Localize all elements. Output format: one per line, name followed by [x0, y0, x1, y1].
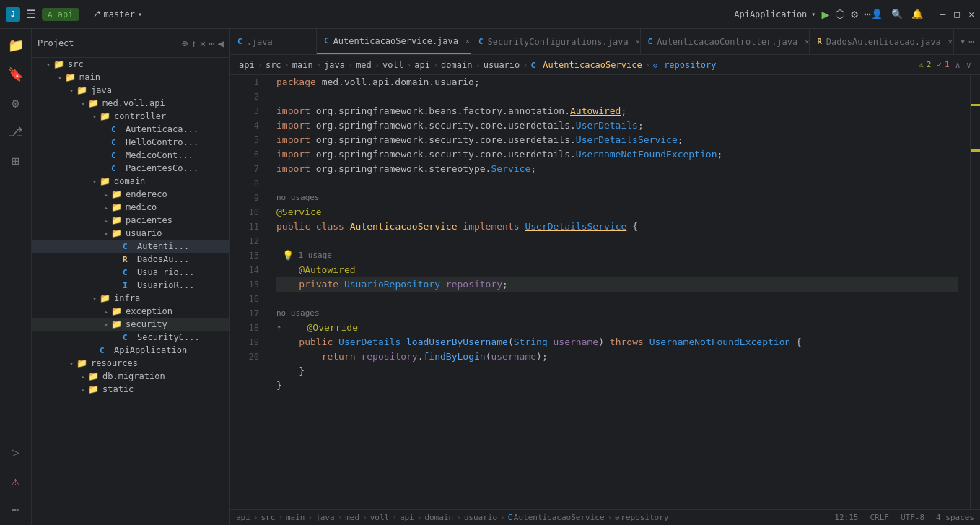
bc-method[interactable]: ⊙ repository	[653, 60, 717, 70]
ln-16: 16	[230, 292, 259, 306]
bc-java[interactable]: java	[324, 60, 345, 70]
tabs-bar: C .java C AutenticacaoService.java ✕ C S…	[230, 29, 980, 55]
activity-problems[interactable]: ⚠	[3, 467, 29, 493]
tree-item-dados[interactable]: R DadosAu...	[32, 253, 229, 266]
activity-project[interactable]: 📁	[3, 32, 29, 58]
tree-item-domain[interactable]: ▾ 📁 domain	[32, 175, 229, 188]
bc-usuario[interactable]: usuario	[484, 60, 520, 70]
arrow-security: ▾	[101, 321, 111, 329]
sidebar-collapse-btn[interactable]: ◀	[218, 38, 224, 49]
ln-20: 20	[230, 350, 259, 364]
activity-git[interactable]: ⎇	[3, 118, 29, 144]
bc-api[interactable]: api	[239, 60, 255, 70]
scrollbar-marker-2	[971, 149, 980, 152]
tab-close-autenticacao-ctrl[interactable]: ✕	[805, 38, 809, 45]
minimize-icon[interactable]: —	[940, 9, 946, 19]
ln-11: 11	[230, 220, 259, 234]
editor-scrollbar[interactable]	[970, 75, 980, 509]
error-badge: ✓ 1	[937, 60, 949, 69]
more-sidebar-btn[interactable]: ⋯	[209, 38, 214, 49]
notif-icon[interactable]: 🔔	[911, 9, 923, 19]
tree-item-src[interactable]: ▾ 📁 src	[32, 58, 229, 71]
nav-down-icon[interactable]: ∨	[966, 60, 971, 70]
status-class: CAutenticacaoService	[508, 513, 605, 522]
arrow-static: ▸	[78, 386, 88, 394]
tab-close-security-cfg[interactable]: ✕	[636, 38, 640, 45]
tree-item-static[interactable]: ▸ 📁 static	[32, 383, 229, 396]
tree-item-java[interactable]: ▾ 📁 java	[32, 84, 229, 97]
tree-item-pkg[interactable]: ▾ 📁 med.voll.api	[32, 97, 229, 110]
settings-button[interactable]: ⚙	[851, 7, 858, 21]
code-line-10: public class AutenticacaoService impleme…	[276, 220, 958, 234]
tab-icon-security-cfg: C	[478, 37, 484, 46]
tree-item-endereco[interactable]: ▸ 📁 endereco	[32, 188, 229, 201]
tree-item-db-migration[interactable]: ▸ 📁 db.migration	[32, 370, 229, 383]
tree-item-usuario-repo[interactable]: I UsuarioR...	[32, 279, 229, 292]
bc-api2[interactable]: api	[414, 60, 430, 70]
tab-security-cfg[interactable]: C SecurityConfigurations.java ✕	[471, 29, 641, 54]
tree-item-pacientes[interactable]: ▸ 📁 pacientes	[32, 214, 229, 227]
activity-more[interactable]: ⋯	[3, 496, 29, 522]
debug-button[interactable]: ⬡	[835, 7, 845, 21]
tree-item-hello[interactable]: C HelloContro...	[32, 136, 229, 149]
nav-up-icon[interactable]: ∧	[955, 60, 961, 70]
status-api2: api	[400, 513, 414, 522]
tab-autenticacao-service[interactable]: C AutenticacaoService.java ✕	[317, 29, 471, 54]
bc-src[interactable]: src	[266, 60, 281, 70]
tab-java[interactable]: C .java	[230, 29, 317, 54]
tab-overflow-icon[interactable]: ▾	[960, 36, 966, 47]
bc-main[interactable]: main	[292, 60, 313, 70]
tree-item-controller[interactable]: ▾ 📁 controller	[32, 110, 229, 123]
tab-close-dados[interactable]: ✕	[948, 38, 953, 45]
tree-item-exception[interactable]: ▸ 📁 exception	[32, 305, 229, 318]
activity-structure[interactable]: ⚙	[3, 90, 29, 116]
profile-icon[interactable]: 👤	[871, 9, 883, 19]
tree-item-medico-ctrl[interactable]: C MedicoCont...	[32, 149, 229, 162]
project-badge[interactable]: A api	[42, 8, 79, 21]
tab-autenticacao-ctrl[interactable]: C AutenticacaoController.java ✕	[641, 29, 810, 54]
activity-run[interactable]: ▷	[3, 438, 29, 464]
breadcrumb-items: api › src › main › java › med › voll › a…	[239, 60, 716, 70]
code-area[interactable]: package med.voll.api.domain.usuario; imp…	[265, 75, 970, 509]
tree-item-api-application[interactable]: C ApiApplication	[32, 344, 229, 357]
search-icon[interactable]: 🔍	[891, 9, 903, 19]
activity-terminal[interactable]: ⊞	[3, 147, 29, 173]
code-content-17: return repository.findByLogin(username);	[276, 350, 548, 364]
tab-settings-icon[interactable]: ⋯	[968, 36, 974, 47]
bc-domain[interactable]: domain	[441, 60, 472, 70]
tree-item-security[interactable]: ▾ 📁 security	[32, 318, 229, 331]
label-autenticacao-ctrl: Autenticaca...	[126, 124, 198, 134]
bc-voll[interactable]: voll	[382, 60, 403, 70]
code-content-15: @Override	[284, 321, 358, 335]
more-button[interactable]: ⋯	[864, 7, 871, 21]
folder-icon-endereco: 📁	[111, 189, 123, 199]
tree-item-autenticacao-ctrl[interactable]: C Autenticaca...	[32, 123, 229, 136]
maximize-icon[interactable]: □	[954, 9, 960, 19]
add-file-btn[interactable]: ⊕	[182, 38, 188, 49]
tree-item-resources[interactable]: ▾ 📁 resources	[32, 357, 229, 370]
bc-med[interactable]: med	[356, 60, 372, 70]
tree-item-infra[interactable]: ▾ 📁 infra	[32, 292, 229, 305]
hamburger-menu[interactable]: ☰	[26, 7, 36, 21]
close-icon[interactable]: ✕	[968, 9, 974, 19]
tree-item-usuario-class[interactable]: C Usua rio...	[32, 266, 229, 279]
tab-close-autenticacao[interactable]: ✕	[465, 37, 470, 45]
tree-item-autenticacao-svc[interactable]: C Autenti...	[32, 240, 229, 253]
tree-item-usuario[interactable]: ▾ 📁 usuario	[32, 227, 229, 240]
tree-item-medico[interactable]: ▸ 📁 medico	[32, 201, 229, 214]
tree-item-pacientes-ctrl[interactable]: C PacientesCo...	[32, 162, 229, 175]
tree-item-security-cfg[interactable]: C SecurityC...	[32, 331, 229, 344]
close-sidebar-btn[interactable]: ✕	[200, 38, 206, 49]
tree-item-main[interactable]: ▾ 📁 main	[32, 71, 229, 84]
status-position: 12:15	[834, 513, 858, 522]
bc-class[interactable]: C AutenticacaoService	[531, 60, 642, 70]
tab-dados[interactable]: R DadosAutenticacao.java ✕	[810, 29, 954, 54]
editor-content[interactable]: 1 2 3 4 5 6 7 8 9 10 11 12 13 14 15 16 1…	[230, 75, 980, 509]
collapse-btn[interactable]: ↑	[191, 38, 196, 49]
tab-label-java: .java	[247, 37, 273, 47]
sidebar-content[interactable]: ▾ 📁 src ▾ 📁 main ▾ 📁 java ▾	[32, 58, 229, 525]
status-sep-5: ›	[362, 513, 367, 522]
branch-selector[interactable]: ⎇ master ▾	[91, 9, 142, 19]
activity-bookmarks[interactable]: 🔖	[3, 61, 29, 87]
run-button[interactable]: ▶	[821, 6, 829, 22]
